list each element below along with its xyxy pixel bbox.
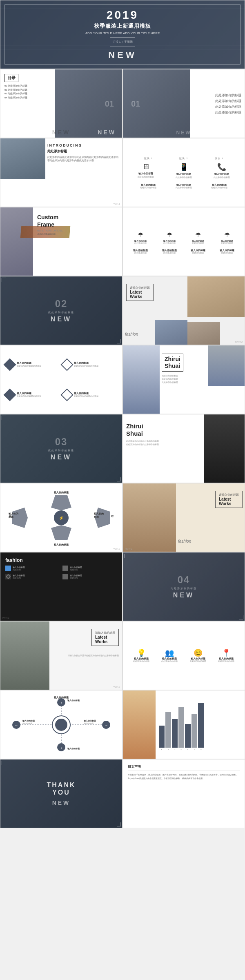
chart-bars: A B C D E F G bbox=[159, 694, 243, 751]
outer-icon-bottom: ↓ bbox=[60, 746, 62, 750]
bar-label6: F bbox=[194, 748, 195, 751]
circle-label-top: 输入你的标题 bbox=[67, 699, 80, 702]
slide-fashion-latest: 请输入你的标题 Latest Works fashion PART.2 bbox=[122, 483, 245, 552]
section04-num: 04 bbox=[178, 574, 190, 586]
lb-label4: 输入你的标题 bbox=[219, 657, 234, 660]
fashion-part: PART.2 bbox=[125, 548, 132, 550]
toc-mirror-label2: 此处添加你的标题 bbox=[215, 98, 241, 103]
credits-text: 本模板由千图网提供，禁止商业使用。图片来源于网络，如有侵权请联系删除。字体版权归… bbox=[128, 773, 240, 780]
latest2-image bbox=[0, 621, 49, 690]
fashion-dark-content: fashion 输入你的标题此处添加 输入你的标题此处添加 输入你的标题此处添加 bbox=[0, 552, 122, 621]
fashion-dark-item3: 输入你的标题此处添加 bbox=[5, 574, 60, 579]
fashion-input-label: 请输入你的标题 bbox=[219, 493, 239, 497]
diamond-shape3 bbox=[3, 388, 16, 401]
latest2-text: 请输入你的文字显示此处添加你的标题此处添加你的标题 bbox=[68, 654, 119, 657]
toc-item-1: 03 此处添加你的标题 bbox=[4, 84, 118, 88]
chart-image bbox=[123, 690, 156, 759]
arrows-svg: ⚡ 输入你的标题 输入你的标题 左 右 输入你的 标题 输入你的 bbox=[8, 489, 114, 546]
hero-divider2 bbox=[110, 47, 135, 47]
fashion-latest-img bbox=[123, 483, 176, 552]
slide-latest-works-1: 请输入你的标题 Latest Works fashion PART.2 bbox=[122, 276, 245, 345]
icon-lb-item4: 📍 输入你的标题 此处添加你的标题 bbox=[214, 648, 239, 663]
slide-section04: 04 此处添加你的标题 NEW bbox=[122, 552, 245, 621]
umbrellas-content: ☂ 输入你的标题 此处添加标题 ☂ 输入你的标题 此处添加标题 ☂ 输入你的标题… bbox=[123, 207, 245, 276]
circle-label-bottom: 输入你的标题 bbox=[67, 747, 80, 750]
diamond-desc1: 此处添加你的标题此处添加 bbox=[17, 365, 41, 368]
fashion-dark-square1 bbox=[5, 566, 11, 571]
diamond-item3: 输入你的标题 此处添加你的标题此处添加 bbox=[5, 381, 60, 409]
section02-corner-tl bbox=[2, 278, 6, 282]
section04-content: 04 此处添加你的标题 NEW bbox=[123, 552, 245, 621]
slide-profile-dark: ZhiruiShuai 此处添加你的标题此处添加你的标题此处添加你的标题此处添加… bbox=[122, 414, 245, 483]
icon-item-bottom1: 输入你的标题 此处添加你的标题 bbox=[140, 184, 156, 189]
bar-group3: C bbox=[172, 719, 178, 751]
toc-mirror-label3: 此处添加你的标题 bbox=[215, 104, 241, 109]
center-fill bbox=[55, 719, 67, 731]
outer-icon-top: ↑ bbox=[60, 701, 62, 705]
slide-bar-chart: A B C D E F G bbox=[122, 690, 245, 759]
diamond-text3: 输入你的标题 此处添加你的标题此处添加 bbox=[17, 392, 41, 398]
profile-dark-image bbox=[204, 414, 245, 483]
slide-toc: 目录 03 此处添加你的标题 03 此处添加你的标题 03 此处添加你的标题 0… bbox=[0, 69, 122, 138]
diamond-text1: 输入你的标题 此处添加你的标题此处添加 bbox=[17, 361, 41, 368]
outer-icon-left: ← bbox=[15, 724, 18, 727]
umbrella-sub4: 此处添加标题 bbox=[221, 242, 233, 244]
arrow-left-label3: 标题 bbox=[8, 515, 13, 518]
toc-new2: NEW bbox=[176, 130, 192, 136]
fashion-dark-item4: 输入你的标题此处添加 bbox=[62, 574, 117, 579]
diamond-desc3: 此处添加你的标题此处添加 bbox=[17, 395, 41, 398]
icon-item-bottom2: 输入你的标题 此处添加你的标题 bbox=[176, 184, 192, 189]
face-icon: 😊 bbox=[194, 648, 203, 657]
outer-icon-right: → bbox=[105, 724, 108, 727]
circle-area: ↑ ↓ ← → 输入你的标题 输入你的标题 输入你的 bbox=[0, 690, 122, 759]
latest2-input-label: 请输入你的标题 bbox=[95, 631, 115, 635]
hero-year: 2019 bbox=[107, 9, 138, 22]
latest2-latest-label: Latest bbox=[95, 635, 115, 639]
latest2-works-label: Works bbox=[95, 639, 115, 644]
circle-svg: ↑ ↓ ← → 输入你的标题 输入你的标题 输入你的 bbox=[8, 696, 114, 753]
toc-new-left: NEW bbox=[52, 129, 71, 136]
lightbulb-icon: 💡 bbox=[137, 648, 146, 657]
icon-bottom-sub3: 此处添加你的标题 bbox=[211, 187, 227, 189]
lb-label3: 输入你的标题 bbox=[191, 657, 205, 660]
slide-icons3: 版块 1 版块 2 版块 3 🖥 输入你的标题 此处添加你的标题 📱 输入你的标… bbox=[122, 138, 245, 207]
fashion-dark-text4: 输入你的标题此处添加 bbox=[70, 574, 82, 579]
bar7 bbox=[198, 703, 204, 748]
lb-sub4: 此处添加你的标题 bbox=[218, 660, 234, 663]
umbrella-bottom-label1: 输入你的标题此处添加标题 bbox=[128, 249, 153, 254]
fashion-latest-label: Latest bbox=[219, 497, 239, 501]
lb-sub2: 此处添加你的标题 bbox=[161, 660, 178, 663]
section02-num: 02 bbox=[55, 298, 68, 310]
toc-catalog-label: 目录 bbox=[4, 74, 18, 82]
umbrella-sub3: 此处添加标题 bbox=[192, 242, 204, 244]
bar-label2: B bbox=[168, 748, 169, 751]
diamonds-grid: 输入你的标题 此处添加你的标题此处添加 输入你的标题 此处添加你的标题此处添加 … bbox=[0, 345, 122, 414]
icons3-label-top1: 版块 1 bbox=[144, 157, 153, 160]
profile1-frame: ZhiruiShuai bbox=[162, 354, 183, 372]
slide-fashion-dark: fashion 输入你的标题此处添加 输入你的标题此处添加 输入你的标题此处添加 bbox=[0, 552, 122, 621]
section03-corner-br bbox=[117, 477, 121, 481]
umbrella-item3: ☂ 输入你的标题 此处添加标题 bbox=[185, 231, 211, 244]
icon-bottom-label1: 输入你的标题 bbox=[141, 184, 156, 187]
lb-sub3: 此处添加你的标题 bbox=[190, 660, 206, 663]
bar-group4: D bbox=[178, 707, 184, 751]
latest-title: Latest bbox=[130, 290, 150, 294]
section02-section-label: 此处添加你的标题 bbox=[48, 311, 74, 314]
icon-label-3: 输入你的标题 bbox=[214, 173, 229, 176]
bar-label7: G bbox=[200, 748, 201, 751]
lb-label2: 输入你的标题 bbox=[162, 657, 177, 660]
bar1 bbox=[159, 726, 165, 748]
slide-custom-frame: CustomFrame MORE THAN TEMPLATE 点击此处添加副标题 bbox=[0, 207, 122, 276]
slide-umbrellas: ☂ 输入你的标题 此处添加标题 ☂ 输入你的标题 此处添加标题 ☂ 输入你的标题… bbox=[122, 207, 245, 276]
icon-item-tablet: 📱 输入你的标题 此处添加你的标题 bbox=[167, 163, 200, 178]
slide-profile1: ZhiruiShuai 此处添加你的标题此处添加你的标题此处添加你的标题 bbox=[122, 345, 245, 414]
arrow-top bbox=[51, 495, 71, 510]
icons3-bottom-row: 输入你的标题 此处添加你的标题 输入你的标题 此处添加你的标题 输入你的标题 此… bbox=[131, 184, 237, 189]
umbrella-bottom-label3: 输入你的标题此处添加标题 bbox=[185, 249, 211, 254]
profile1-img2 bbox=[208, 345, 245, 386]
toc-mirror-label4: 此处添加你的标题 bbox=[215, 110, 241, 114]
slide-section02: 02 此处添加你的标题 NEW bbox=[0, 276, 122, 345]
diamond-label3: 输入你的标题 bbox=[17, 392, 41, 395]
umbrella-sub1: 此处添加标题 bbox=[134, 242, 147, 244]
toc-item-2: 03 此处添加你的标题 bbox=[4, 88, 118, 92]
